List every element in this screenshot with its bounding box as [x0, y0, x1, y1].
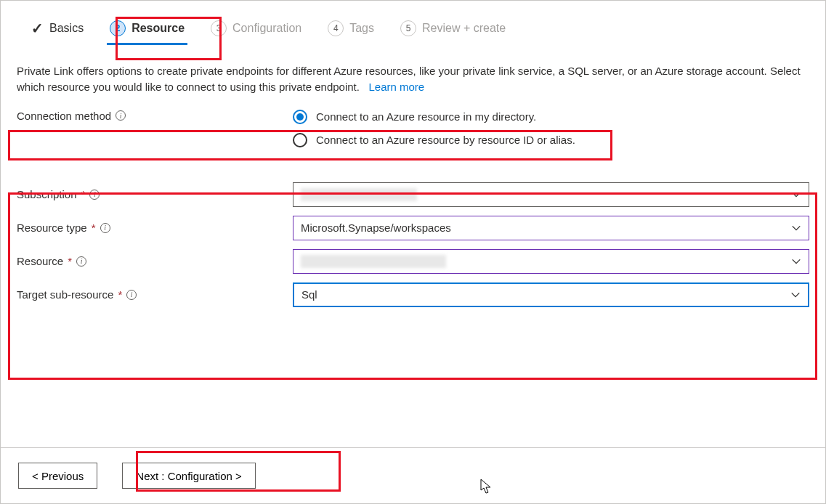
subscription-select[interactable]	[293, 182, 809, 207]
tab-basics[interactable]: ✓ Basics	[28, 14, 86, 46]
connection-method-label: Connection method i	[17, 110, 293, 122]
resource-row: Resource * i	[17, 249, 809, 274]
tab-label: Configuration	[232, 22, 301, 35]
required-asterisk: *	[118, 288, 122, 301]
subscription-row: Subscription * i	[17, 182, 809, 207]
description-text: Private Link offers options to create pr…	[17, 63, 809, 95]
resource-label: Resource * i	[17, 255, 293, 267]
tab-label: Resource	[131, 22, 185, 35]
target-sub-resource-select[interactable]: Sql	[293, 283, 809, 307]
previous-button[interactable]: < Previous	[18, 463, 97, 489]
create-private-endpoint-panel: ✓ Basics 2 Resource 3 Configuration 4 Ta…	[0, 0, 826, 504]
radio-connect-my-directory[interactable]: Connect to an Azure resource in my direc…	[293, 110, 809, 124]
target-sub-resource-row: Target sub-resource * i Sql	[17, 283, 809, 307]
resource-select[interactable]	[293, 249, 809, 274]
learn-more-link[interactable]: Learn more	[368, 81, 424, 93]
tab-label: Tags	[349, 22, 374, 35]
connection-method-radio-group: Connect to an Azure resource in my direc…	[293, 110, 809, 147]
wizard-tabs: ✓ Basics 2 Resource 3 Configuration 4 Ta…	[17, 14, 809, 46]
radio-icon	[293, 110, 307, 124]
tab-configuration[interactable]: 3 Configuration	[208, 15, 304, 45]
chevron-down-icon	[791, 256, 801, 267]
target-sub-resource-value: Sql	[301, 288, 317, 301]
tab-tags[interactable]: 4 Tags	[325, 15, 377, 45]
next-button[interactable]: Next : Configuration >	[122, 463, 256, 489]
info-icon[interactable]: i	[116, 110, 126, 121]
tab-label: Basics	[49, 22, 84, 35]
tab-label: Review + create	[422, 22, 506, 35]
target-sub-resource-label: Target sub-resource * i	[17, 288, 293, 301]
radio-connect-by-id[interactable]: Connect to an Azure resource by resource…	[293, 133, 809, 147]
tab-review-create[interactable]: 5 Review + create	[397, 15, 509, 45]
subscription-value-redacted	[301, 188, 417, 201]
step-number: 2	[110, 20, 126, 36]
step-number: 3	[211, 20, 227, 36]
check-icon: ✓	[31, 20, 44, 37]
subscription-label: Subscription * i	[17, 188, 293, 200]
step-number: 4	[328, 20, 344, 36]
radio-icon	[293, 133, 307, 147]
connection-method-row: Connection method i Connect to an Azure …	[17, 110, 809, 147]
resource-type-value: Microsoft.Synapse/workspaces	[301, 221, 451, 234]
resource-type-row: Resource type * i Microsoft.Synapse/work…	[17, 216, 809, 240]
required-asterisk: *	[92, 221, 96, 234]
info-icon[interactable]: i	[100, 223, 110, 233]
resource-value-redacted	[301, 255, 446, 268]
info-icon[interactable]: i	[76, 256, 86, 267]
wizard-footer: < Previous Next : Configuration >	[1, 447, 825, 503]
tab-resource[interactable]: 2 Resource	[107, 15, 187, 45]
step-number: 5	[400, 20, 416, 36]
required-asterisk: *	[81, 188, 86, 200]
resource-type-label: Resource type * i	[17, 221, 293, 234]
chevron-down-icon	[791, 190, 801, 200]
required-asterisk: *	[68, 255, 72, 267]
info-icon[interactable]: i	[126, 290, 137, 300]
resource-type-select[interactable]: Microsoft.Synapse/workspaces	[293, 216, 809, 240]
chevron-down-icon	[791, 223, 801, 233]
chevron-down-icon	[790, 290, 801, 300]
info-icon[interactable]: i	[89, 190, 100, 200]
